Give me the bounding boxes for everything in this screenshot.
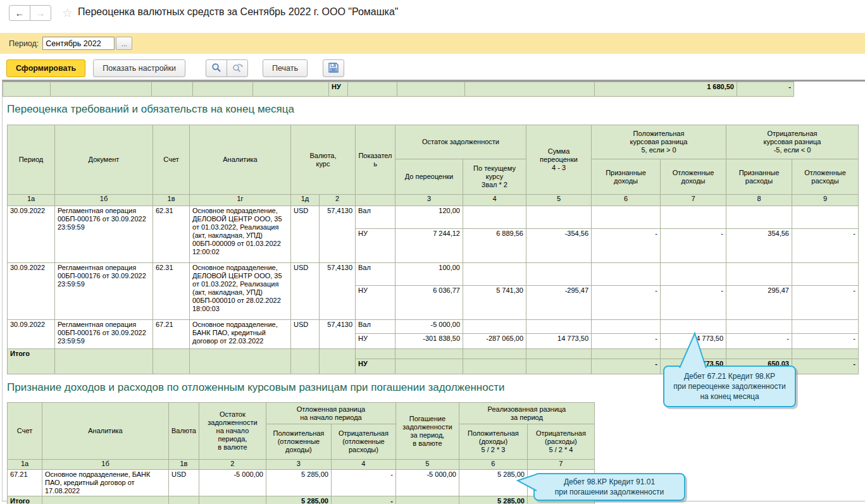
rate-cell: 57,4130 xyxy=(320,206,356,263)
col-header-deferred-expenses: Отложенные расходы xyxy=(792,159,859,195)
callout-revaluation-text: Дебет 67.21 Кредит 98.КР при переоценке … xyxy=(668,367,790,405)
col-header-opening-balance: Остаток задолженности на начало периода,… xyxy=(199,403,266,460)
col-header-account: Счет xyxy=(8,403,42,460)
total-label-cell: Итого xyxy=(8,496,42,504)
indicator-cell: Вал xyxy=(356,206,395,229)
analytics-cell: Основное подразделение, БАНК ПАО, кредит… xyxy=(190,320,291,349)
col-header-recognized-income: Признанные доходы xyxy=(592,159,661,195)
value-cell: - xyxy=(726,334,792,349)
col-header-indicator: Показатель xyxy=(356,125,395,195)
nav-buttons: ← → xyxy=(9,5,51,21)
col-header-deferred-positive: Положительная (отложенные доходы) xyxy=(266,424,331,460)
back-button[interactable]: ← xyxy=(9,5,30,21)
analytics-cell: Основное подразделение, БАНК ПАО, кредит… xyxy=(42,470,169,496)
value-cell: - xyxy=(661,229,726,263)
callout-repayment: Дебет 98.КР Кредит 91.01 при погашении з… xyxy=(533,473,685,501)
back-arrow-icon: ← xyxy=(15,8,25,18)
col-header-realized-positive: Положительная (доходы) 5 / 2 * 3 xyxy=(459,424,527,460)
value-cell: -287 065,00 xyxy=(463,334,526,349)
total-value-cell: - xyxy=(331,496,395,504)
account-cell: 62.31 xyxy=(153,206,190,263)
print-button[interactable]: Печать xyxy=(263,59,308,77)
search-button[interactable] xyxy=(206,59,227,77)
currency-cell: USD xyxy=(291,206,320,263)
favorite-star-icon[interactable]: ☆ xyxy=(62,6,73,20)
value-cell: - xyxy=(792,229,859,263)
save-button[interactable] xyxy=(323,59,344,77)
table-row: НУ 1 680,50 - xyxy=(3,82,794,97)
analytics-cell: Основное подразделение, ДЕЛОВОЙ ЦЕНТР ОО… xyxy=(190,206,291,263)
table-row: 30.09.2022 Регламентная операция 00БП-00… xyxy=(8,263,859,286)
show-settings-button[interactable]: Показать настройки xyxy=(93,59,185,77)
total-value-cell: 5 285,00 xyxy=(459,496,527,504)
col-header-positive-diff: Положительная курсовая разница 5, если >… xyxy=(592,125,726,159)
col-header-negative-diff: Отрицательная курсовая разница -5, если … xyxy=(726,125,859,159)
value-cell: - xyxy=(792,286,859,320)
forward-button[interactable]: → xyxy=(30,5,51,21)
header-row: Период Документ Счет Аналитика Валюта, к… xyxy=(8,125,859,159)
section1-title: Переоценка требований и обязательств на … xyxy=(7,101,865,118)
value-cell: -301 838,50 xyxy=(395,334,463,349)
total-value-cell: 5 285,00 xyxy=(266,496,331,504)
title-bar: ← → ☆ Переоценка валютных средств за Сен… xyxy=(0,0,865,33)
col-header-recognized-expenses: Признанные расходы xyxy=(726,159,792,195)
document-cell: Регламентная операция 00БП-000176 от 30.… xyxy=(55,263,153,320)
total-label-cell: Итого xyxy=(8,349,55,374)
value-cell: -5 000,00 xyxy=(395,470,459,496)
value-cell: 14 773,50 xyxy=(526,334,592,349)
period-label: Период: xyxy=(9,39,39,48)
value-cell: 5 285,00 xyxy=(266,470,331,496)
table-row: 30.09.2022 Регламентная операция 00БП-00… xyxy=(8,206,859,229)
total-row: Итого xyxy=(8,349,859,359)
col-header-current-rate: По текущему курсу 3вал * 2 xyxy=(463,159,526,195)
find-next-button[interactable] xyxy=(227,59,248,77)
indicator-cell: НУ xyxy=(356,334,395,349)
indicator-cell: Вал xyxy=(356,320,395,334)
value-cell: -354,56 xyxy=(526,229,592,263)
value-cell: - xyxy=(592,286,661,320)
indicator-cell: НУ xyxy=(356,229,395,263)
toolbar: Сформировать Показать настройки Печать xyxy=(6,59,865,77)
callout-arrow-left xyxy=(516,473,537,492)
column-numbers-row: 1а 1б 1в 1г 1д 2 3 4 5 6 7 8 9 xyxy=(8,195,859,206)
col-header-deferred-negative: Отрицательная (отложенные расходы) xyxy=(331,424,395,460)
value-cell: 354,56 xyxy=(726,229,792,263)
report-area: НУ 1 680,50 - Переоценка требований и об… xyxy=(2,80,865,501)
value-cell: - xyxy=(331,470,395,496)
document-cell: Регламентная операция 00БП-000176 от 30.… xyxy=(55,206,153,263)
col-header-account: Счет xyxy=(153,125,190,195)
amount-cell: 1 680,50 xyxy=(595,82,737,97)
header-row: Счет Аналитика Валюта Остаток задолженно… xyxy=(8,403,595,424)
total-value-cell: - xyxy=(792,359,859,374)
col-header-deferred-income: Отложенные доходы xyxy=(661,159,726,195)
period-input[interactable] xyxy=(42,37,115,50)
value-cell: -5 000,00 xyxy=(199,470,266,496)
value-cell: 6 889,56 xyxy=(463,229,526,263)
total-value-cell: - xyxy=(592,359,661,374)
callout-revaluation: Дебет 67.21 Кредит 98.КР при переоценке … xyxy=(663,366,796,407)
period-cell: 30.09.2022 xyxy=(8,263,55,320)
value-cell: - xyxy=(661,286,726,320)
period-more-button[interactable]: ... xyxy=(116,37,132,50)
value-cell: - xyxy=(592,334,661,349)
indicator-cell: НУ xyxy=(356,286,395,320)
currency-cell: USD xyxy=(291,320,320,349)
document-cell: Регламентная операция 00БП-000176 от 30.… xyxy=(55,320,153,349)
col-header-analytics: Аналитика xyxy=(42,403,169,460)
page-title: Переоценка валютных средств за Сентябрь … xyxy=(78,6,398,18)
generate-button[interactable]: Сформировать xyxy=(6,59,85,77)
ellipsis-icon: ... xyxy=(121,40,127,47)
currency-cell: USD xyxy=(291,263,320,320)
period-cell: 30.09.2022 xyxy=(8,206,55,263)
amount-cell: - xyxy=(737,82,794,97)
col-header-analytics: Аналитика xyxy=(190,125,291,195)
col-header-realized-negative: Отрицательная (расходы) 5 / 2 * 4 xyxy=(527,424,594,460)
col-header-before-revaluation: До переоценки xyxy=(395,159,463,195)
period-bar: Период: ... xyxy=(0,33,865,54)
currency-cell: USD xyxy=(169,470,199,496)
value-cell: 120,00 xyxy=(395,206,463,229)
col-header-period: Период xyxy=(8,125,55,195)
col-header-repayment: Погашение задолженности за период, в вал… xyxy=(395,403,459,460)
column-numbers-row: 1а 1б 1в 2 3 4 5 6 7 xyxy=(8,460,595,470)
col-header-revaluation-amount: Сумма переоценки 4 - 3 xyxy=(526,125,592,195)
